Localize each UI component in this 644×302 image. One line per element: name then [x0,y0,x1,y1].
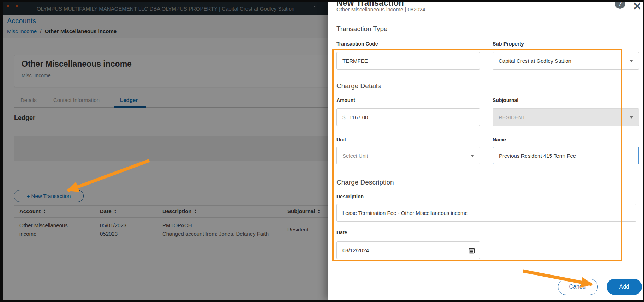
subjournal-value: RESIDENT [499,114,525,120]
description-label: Description [336,194,364,199]
name-label: Name [493,137,506,143]
new-transaction-modal: New Transaction Other Miscellaneous inco… [328,2,643,300]
amount-label: Amount [336,97,355,103]
cancel-button[interactable]: Cancel [558,279,598,295]
transaction-code-value[interactable] [342,58,474,64]
date-label: Date [336,230,347,235]
description-value[interactable] [342,210,630,216]
section-charge-description: Charge Description [336,179,394,186]
modal-subtitle: Other Miscellaneous income | 082024 [336,6,425,12]
unit-label: Unit [336,137,346,143]
modal-footer-divider [328,272,643,272]
add-button[interactable]: Add [607,279,642,295]
subjournal-label: Subjournal [493,97,518,103]
name-input[interactable] [493,147,639,164]
calendar-icon[interactable] [469,247,475,255]
sub-property-value: Capital Crest at Godley Station [499,58,571,64]
transaction-code-input[interactable] [336,52,480,70]
sub-property-label: Sub-Property [493,41,524,47]
help-icon[interactable]: ? [615,2,625,9]
section-charge-details: Charge Details [336,82,381,90]
close-icon[interactable]: ✕ [633,2,642,12]
unit-select[interactable]: Select Unit [336,147,480,164]
screenshot-frame: OLYMPUS MULTIFAMILY MANAGEMENT LLC DBA O… [0,0,644,302]
sub-property-select[interactable]: Capital Crest at Godley Station [493,52,639,70]
unit-placeholder: Select Unit [342,153,368,159]
date-value[interactable] [342,247,474,253]
amount-value: 1167.00 [349,114,368,120]
currency-symbol: $ [342,114,345,120]
amount-input[interactable]: $ 1167.00 [336,108,480,126]
subjournal-select: RESIDENT [493,108,639,126]
date-input[interactable] [336,241,480,259]
description-input[interactable] [336,204,636,222]
name-value[interactable] [499,153,633,159]
app-window: OLYMPUS MULTIFAMILY MANAGEMENT LLC DBA O… [3,2,643,300]
section-transaction-type: Transaction Type [336,25,388,33]
transaction-code-label: Transaction Code [336,41,378,47]
modal-header-divider [328,18,643,18]
